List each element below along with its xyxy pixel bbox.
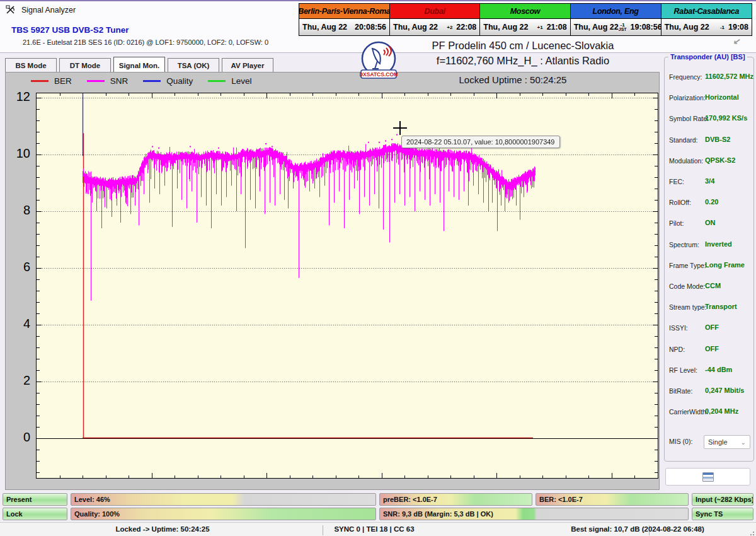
chart-panel: BERSNRQualityLevel Locked Uptime : 50:24… — [5, 72, 660, 490]
statusbar-input-282-kbps-: Input (~282 Kbps) — [692, 493, 753, 506]
tp-label-spectrum: Spectrum: — [669, 241, 699, 248]
legend-swatch-snr — [87, 80, 105, 82]
statusbar-snr-9-3-db-margin-5-3-db: SNR: 9,3 dB (Margin: 5,3 dB | OK) — [379, 508, 689, 520]
clock-time-value: Thu, Aug 2220:08:56 — [299, 19, 389, 35]
legend-label: SNR — [110, 76, 129, 86]
tp-value-streamtype: Transport — [705, 303, 737, 310]
tp-label-polarization: Polarization: — [669, 94, 706, 102]
tp-value-polarization: Horizontal — [705, 93, 739, 101]
tab-bs-mode[interactable]: BS Mode — [5, 58, 57, 73]
mis-selected-value: Single — [708, 438, 728, 446]
tp-value-rflevel: -44 dBm — [705, 366, 732, 373]
export-button[interactable] — [665, 468, 750, 486]
tp-value-npd: OFF — [705, 345, 719, 352]
frequency-title: f=11602,760 MHz_H_ : Atlantis Radio — [391, 55, 655, 67]
tp-value-codemode: CCM — [705, 282, 721, 289]
clock-time-text: 20:08:56 — [355, 23, 386, 32]
crosshair-cursor — [393, 127, 407, 129]
tp-value-spectrum: Inverted — [705, 240, 732, 248]
statusbar-uptime: Locked -> Uptime: 50:24:25 — [62, 525, 263, 533]
mode-tabs: BS ModeDT ModeSignal Mon.TSA (OK)AV Play… — [5, 57, 273, 73]
y-tick-label: 0 — [5, 430, 30, 445]
clock-time-text: 22:08 — [456, 23, 476, 32]
statusbar-sync: SYNC 0 | TEI 18 | CC 63 — [273, 525, 475, 533]
clock-utc-offset: +2 — [447, 25, 452, 30]
legend-swatch-level — [208, 80, 226, 82]
statusbar-present: Present — [3, 493, 67, 506]
y-tick-label: 12 — [5, 90, 30, 104]
clock-time-text: 19:08 — [728, 23, 748, 32]
site-title: PF Prodelin 450 cm / Lucenec-Slovakia — [391, 40, 655, 52]
tp-label-rflevel: RF Level: — [669, 366, 697, 374]
mis-dropdown[interactable]: Single ⌄ — [704, 435, 750, 449]
tp-label-carrierwidth: CarrierWidth: — [669, 408, 708, 416]
tab-dt-mode[interactable]: DT Mode — [59, 58, 111, 73]
tp-label-modulation: Modulation: — [669, 157, 703, 165]
tp-label-symbolrate: Symbol Rate: — [669, 115, 709, 122]
chart-legend: BERSNRQualityLevel — [31, 76, 252, 86]
statusbar-preber-1-0e-7: preBER: <1.0E-7 — [379, 493, 532, 506]
tp-value-rolloff: 0.20 — [705, 198, 718, 206]
statusbar-lock: Lock — [3, 508, 67, 520]
tp-label-standard: Standard: — [669, 136, 698, 144]
statusbar-level-46-: Level: 46% — [71, 493, 376, 506]
signal-plot-canvas[interactable] — [37, 93, 658, 478]
clock-rabat-casablanca: Rabat-CasablancaThu, Aug 22-119:08 — [662, 4, 752, 35]
statusbar-sync-ts: Sync TS — [692, 508, 753, 520]
clock-city-label: Berlin-Paris-Vienna-Roma — [299, 4, 389, 19]
y-tick-label: 8 — [5, 203, 30, 218]
clock-moscow: MoscowThu, Aug 22+121:08 — [480, 4, 570, 35]
clock-time-text: 19:08:56 — [631, 23, 662, 32]
y-tick-label: 10 — [5, 146, 30, 161]
tp-value-carrierwidth: 0,204 MHz — [705, 407, 738, 415]
tp-value-fec: 3/4 — [705, 177, 714, 185]
resize-grip[interactable] — [748, 529, 754, 535]
statusbar-best-signal: Best signal: 10,7 dB (2024-08-22 06:48) — [537, 525, 738, 533]
clock-date: Thu, Aug 22 — [302, 23, 347, 32]
tab-signal-mon-[interactable]: Signal Mon. — [113, 57, 165, 74]
clock-utc-offset: -1 — [720, 25, 724, 30]
y-tick-label: 6 — [5, 260, 30, 274]
dxsatcs-logo: DXSATCS.COM — [360, 41, 398, 81]
clock-city-label: London, Eng — [571, 4, 661, 19]
tp-value-symbolrate: 170,992 KS/s — [705, 114, 747, 122]
tuner-info: 21.6E - Eutelsat 21B SES 16 (ID: 0216) @… — [23, 38, 268, 46]
tp-value-bitrate: 0,247 Mbit/s — [705, 387, 744, 394]
tp-value-frequency: 11602,572 MHz — [705, 73, 753, 80]
tp-label-frametype: Frame Type: — [669, 262, 706, 269]
logo-text: DXSATCS.COM — [360, 71, 398, 78]
clock-date: Thu, Aug 22 — [393, 23, 438, 32]
legend-item-snr: SNR — [87, 76, 129, 86]
clock-berlin-paris-vienna-roma: Berlin-Paris-Vienna-RomaThu, Aug 2220:08… — [299, 4, 390, 35]
tp-value-pilot: ON — [705, 219, 716, 226]
signal-plot[interactable] — [36, 93, 658, 479]
clock-city-label: Rabat-Casablanca — [662, 4, 752, 19]
transponder-title: Transponder (AU) [BS] — [668, 53, 747, 61]
window-title: Signal Analyzer — [21, 6, 76, 15]
tp-value-modulation: QPSK-S2 — [705, 156, 735, 164]
statusbar: Locked -> Uptime: 50:24:25 SYNC 0 | TEI … — [0, 522, 756, 536]
clock-date: Thu, Aug 22 — [483, 23, 528, 32]
tp-label-streamtype: Stream type: — [669, 303, 707, 311]
chevron-down-icon: ⌄ — [741, 439, 746, 446]
clock-date: Thu, Aug 22 — [574, 23, 619, 32]
tp-label-pilot: Pilot: — [669, 219, 684, 227]
legend-label: BER — [54, 76, 72, 86]
tp-label-codemode: Code Mode: — [669, 283, 705, 290]
signal-analyzer-window: Signal Analyzer TBS 5927 USB DVB-S2 Tune… — [0, 0, 756, 536]
clock-london-eng: London, EngThu, Aug 22-1JST19:08:56 — [571, 4, 662, 35]
chart-tooltip: 2024-08-22 05.10.07, value: 10,800000190… — [401, 136, 560, 148]
tab-av-player[interactable]: AV Player — [222, 58, 273, 73]
tab-tsa-ok-[interactable]: TSA (OK) — [168, 58, 219, 73]
tp-value-issyi: OFF — [705, 323, 719, 331]
tp-label-bitrate: BitRate: — [669, 387, 692, 395]
app-icon — [6, 5, 16, 16]
clock-utc-offset: -1JST — [619, 23, 627, 32]
save-icon — [702, 472, 714, 482]
locked-uptime: Locked Uptime : 50:24:25 — [409, 74, 617, 85]
legend-label: Quality — [166, 76, 193, 86]
legend-item-quality: Quality — [143, 76, 193, 86]
world-clocks: Berlin-Paris-Vienna-RomaThu, Aug 2220:08… — [299, 3, 752, 36]
legend-item-level: Level — [208, 76, 251, 86]
y-tick-label: 4 — [5, 317, 30, 331]
